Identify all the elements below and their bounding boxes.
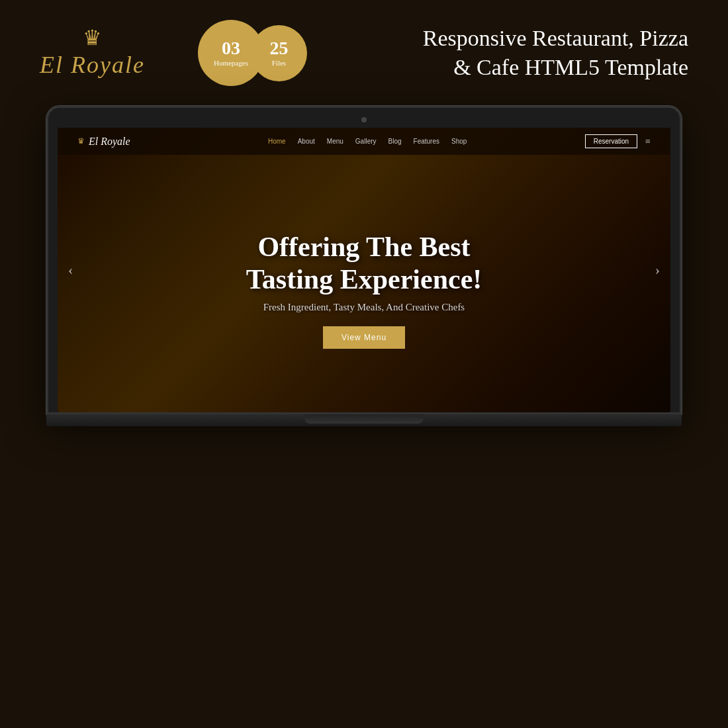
headline-section: Responsive Restaurant, Pizza& Cafe HTML5…: [423, 24, 688, 82]
files-stat: 25 Files: [251, 25, 307, 81]
hero-title-line2: Tasting Experience!: [246, 264, 482, 295]
hero-title-line1: Offering The Best: [257, 232, 470, 262]
nav-features[interactable]: Features: [414, 138, 439, 145]
reservation-button[interactable]: Reservation: [585, 134, 637, 148]
nav-blog[interactable]: Blog: [388, 138, 402, 145]
brand-logo: ♛ El Royale: [40, 27, 145, 79]
hamburger-icon[interactable]: ≡: [645, 136, 651, 147]
laptop-stand: [304, 414, 424, 424]
homepages-label: Homepages: [214, 59, 248, 68]
site-logo: ♛ El Royale: [77, 136, 130, 148]
nav-gallery[interactable]: Gallery: [355, 138, 377, 145]
laptop-screen: ♛ El Royale Home About Menu Gallery Blog…: [58, 128, 670, 412]
top-banner: ♛ El Royale 03 Homepages 25 Files Respon…: [0, 0, 728, 106]
website-navbar: ♛ El Royale Home About Menu Gallery Blog…: [58, 128, 670, 155]
files-label: Files: [272, 59, 286, 68]
view-menu-button[interactable]: View Menu: [323, 326, 405, 349]
laptop-base: [46, 414, 682, 426]
hero-subtitle: Fresh Ingredient, Tasty Meals, And Creat…: [246, 302, 482, 313]
site-crown-icon: ♛: [77, 136, 85, 146]
nav-menu[interactable]: Menu: [327, 138, 343, 145]
camera-dot: [361, 117, 367, 122]
laptop-outer: ♛ El Royale Home About Menu Gallery Blog…: [46, 106, 682, 414]
hero-content: Offering The Best Tasting Experience! Fr…: [246, 231, 482, 349]
logo-text: El Royale: [40, 51, 145, 79]
hero-section: Offering The Best Tasting Experience! Fr…: [58, 128, 670, 412]
hero-title: Offering The Best Tasting Experience!: [246, 231, 482, 295]
nav-shop[interactable]: Shop: [451, 138, 467, 145]
carousel-arrow-right[interactable]: ›: [655, 261, 660, 279]
site-logo-text: El Royale: [89, 136, 130, 148]
nav-home[interactable]: Home: [268, 138, 286, 145]
headline-text: Responsive Restaurant, Pizza& Cafe HTML5…: [423, 24, 688, 82]
carousel-arrow-left[interactable]: ‹: [68, 261, 73, 279]
crown-icon: ♛: [83, 27, 102, 48]
nav-about[interactable]: About: [298, 138, 315, 145]
laptop-mockup: ♛ El Royale Home About Menu Gallery Blog…: [46, 106, 682, 426]
homepages-number: 03: [222, 38, 240, 59]
nav-links: Home About Menu Gallery Blog Features Sh…: [150, 138, 585, 145]
files-number: 25: [269, 38, 288, 59]
stats-section: 03 Homepages 25 Files: [198, 20, 307, 86]
